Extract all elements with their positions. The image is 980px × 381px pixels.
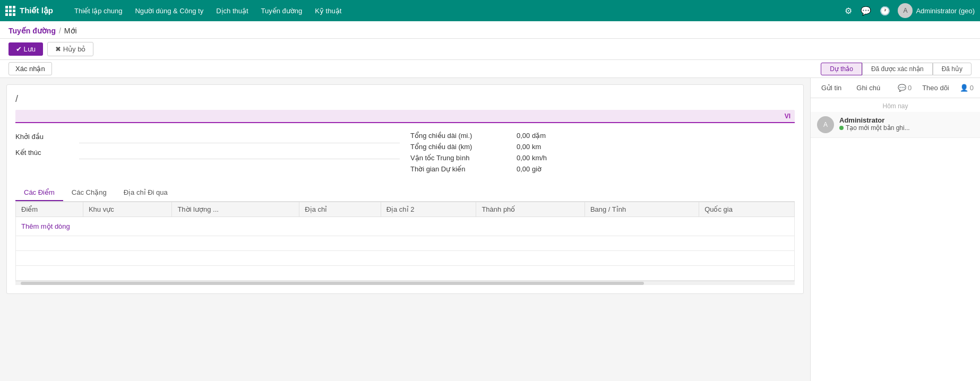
messages-count-group: 💬 0	[898, 84, 912, 92]
save-button[interactable]: ✔ Lưu	[8, 42, 43, 56]
stat-miles-label: Tổng chiều dài (mi.)	[410, 132, 517, 140]
message-content: Administrator Tạo mới một bản ghi...	[839, 116, 910, 132]
nav-thiet-lap-chung[interactable]: Thiết lập chung	[69, 4, 127, 18]
col-khu-vuc: Khu vực	[83, 202, 171, 217]
nav-right: ⚙ 💬 🕐 A Administrator (geo)	[844, 3, 975, 18]
grid-icon	[5, 6, 15, 16]
top-navigation: Thiết lập Thiết lập chung Người dùng & C…	[0, 0, 980, 21]
stat-miles-value: 0,00 dặm	[517, 132, 546, 140]
toolbar: ✔ Lưu ✖ Hủy bỏ	[0, 39, 980, 60]
message-author: Administrator	[839, 116, 910, 124]
tabs-bar: Các Điểm Các Chặng Địa chỉ Đi qua	[15, 185, 795, 202]
name-input[interactable]	[20, 112, 785, 120]
col-quoc-gia: Quốc gia	[699, 202, 795, 217]
field-end: Kết thúc	[15, 148, 400, 159]
add-row-tr: Thêm một dòng	[16, 217, 795, 236]
person-icon: 👤	[960, 84, 968, 92]
stat-time: Thời gian Dự kiến 0,00 giờ	[410, 165, 795, 173]
stat-speed-value: 0,00 km/h	[517, 154, 547, 162]
breadcrumb-parent[interactable]: Tuyến đường	[8, 27, 56, 35]
horizontal-scrollbar[interactable]	[15, 281, 795, 285]
name-input-row: VI	[15, 110, 795, 123]
message-avatar: A	[817, 116, 834, 133]
stat-km: Tổng chiều dài (km) 0,00 km	[410, 143, 795, 151]
field-start: Khởi đầu	[15, 132, 400, 143]
info-row: Khởi đầu Kết thúc Tổng chiều dài (mi.) 0…	[15, 132, 795, 176]
stage-cancelled[interactable]: Đã hủy	[933, 63, 972, 75]
app-logo[interactable]: Thiết lập	[5, 6, 53, 16]
form-title: /	[15, 93, 795, 105]
stat-speed: Vận tốc Trung bình 0,00 km/h	[410, 154, 795, 162]
nav-dich-thuat[interactable]: Dịch thuật	[211, 4, 253, 18]
chatter-right-icons: 💬 0 Theo dõi 👤 0	[898, 82, 974, 93]
nav-menu: Thiết lập chung Người dùng & Công ty Dịc…	[69, 4, 833, 18]
send-message-button[interactable]: Gửi tin	[817, 82, 846, 93]
stat-speed-label: Vận tốc Trung bình	[410, 154, 517, 162]
tab-cac-chang[interactable]: Các Chặng	[63, 185, 115, 201]
form-panel: / VI Khởi đầu Kết thúc	[0, 78, 810, 381]
clock-icon[interactable]: 🕐	[879, 5, 891, 17]
avatar: A	[898, 3, 913, 18]
tab-cac-diem[interactable]: Các Điểm	[15, 185, 63, 201]
vi-badge: VI	[785, 112, 790, 120]
confirm-button[interactable]: Xác nhận	[8, 62, 52, 75]
add-row-link[interactable]: Thêm một dòng	[21, 220, 70, 232]
chatter-actions: Gửi tin Ghi chú 💬 0 Theo dõi 👤 0	[811, 78, 980, 98]
note-button[interactable]: Ghi chú	[852, 82, 884, 93]
add-row-cell: Thêm một dòng	[16, 217, 795, 236]
followers-count-group: 👤 0	[960, 84, 974, 92]
field-end-label: Kết thúc	[15, 148, 79, 157]
breadcrumb-sep: /	[59, 27, 61, 35]
scrollbar-thumb	[21, 282, 644, 285]
tab-dia-chi[interactable]: Địa chỉ Đi qua	[115, 185, 176, 201]
table-row	[16, 266, 795, 281]
field-start-value[interactable]	[79, 132, 400, 143]
col-diem: Điểm	[16, 202, 83, 217]
follow-button[interactable]: Theo dõi	[918, 82, 953, 93]
stat-time-label: Thời gian Dự kiến	[410, 165, 517, 173]
field-end-value[interactable]	[79, 148, 400, 159]
col-thoi-luong: Thời lượng ...	[172, 202, 299, 217]
stage-buttons: Dự thảo Đã được xác nhận Đã hủy	[821, 63, 972, 75]
points-table: Điểm Khu vực Thời lượng ... Địa chỉ Địa …	[15, 202, 795, 281]
stat-km-label: Tổng chiều dài (km)	[410, 143, 517, 151]
stat-time-value: 0,00 giờ	[517, 165, 541, 173]
chatter-message: A Administrator Tạo mới một bản ghi...	[811, 112, 980, 138]
messages-count: 0	[908, 84, 912, 92]
date-divider-text: Hôm nay	[882, 102, 908, 110]
table-header-row: Điểm Khu vực Thời lượng ... Địa chỉ Địa …	[16, 202, 795, 217]
user-menu[interactable]: A Administrator (geo)	[898, 3, 975, 18]
col-bang-tinh: Bang / Tỉnh	[584, 202, 699, 217]
table-row	[16, 251, 795, 266]
settings-icon[interactable]: ⚙	[844, 5, 853, 17]
form-card: / VI Khởi đầu Kết thúc	[6, 84, 804, 294]
breadcrumb: Tuyến đường / Mới	[0, 21, 980, 39]
cancel-button[interactable]: ✖ Hủy bỏ	[47, 42, 93, 56]
chatter-panel: Gửi tin Ghi chú 💬 0 Theo dõi 👤 0 Hôm nay…	[810, 78, 980, 381]
chat-icon[interactable]: 💬	[859, 5, 872, 17]
table-row	[16, 236, 795, 251]
stage-confirmed[interactable]: Đã được xác nhận	[862, 63, 933, 75]
speech-icon: 💬	[898, 84, 906, 92]
breadcrumb-current: Mới	[64, 27, 77, 35]
stats-right: Tổng chiều dài (mi.) 0,00 dặm Tổng chiều…	[410, 132, 795, 176]
date-divider: Hôm nay	[811, 98, 980, 112]
app-title: Thiết lập	[20, 6, 53, 15]
col-dia-chi: Địa chỉ	[299, 202, 381, 217]
main-area: / VI Khởi đầu Kết thúc	[0, 78, 980, 381]
col-thanh-pho: Thành phố	[476, 202, 584, 217]
nav-tuyen-duong[interactable]: Tuyến đường	[256, 4, 308, 18]
status-bar: Xác nhận Dự thảo Đã được xác nhận Đã hủy	[0, 60, 980, 78]
stat-miles: Tổng chiều dài (mi.) 0,00 dặm	[410, 132, 795, 140]
field-start-label: Khởi đầu	[15, 132, 79, 141]
message-text: Tạo mới một bản ghi...	[839, 124, 910, 132]
form-slash: /	[15, 93, 18, 105]
nav-ky-thuat[interactable]: Kỹ thuật	[310, 4, 347, 18]
stage-draft[interactable]: Dự thảo	[821, 63, 862, 75]
nav-nguoi-dung[interactable]: Người dùng & Công ty	[130, 4, 209, 18]
stat-km-value: 0,00 km	[517, 143, 541, 151]
green-dot-icon	[839, 126, 844, 130]
message-body: Tạo mới một bản ghi...	[846, 124, 910, 132]
fields-left: Khởi đầu Kết thúc	[15, 132, 400, 176]
user-label: Administrator (geo)	[916, 7, 975, 15]
